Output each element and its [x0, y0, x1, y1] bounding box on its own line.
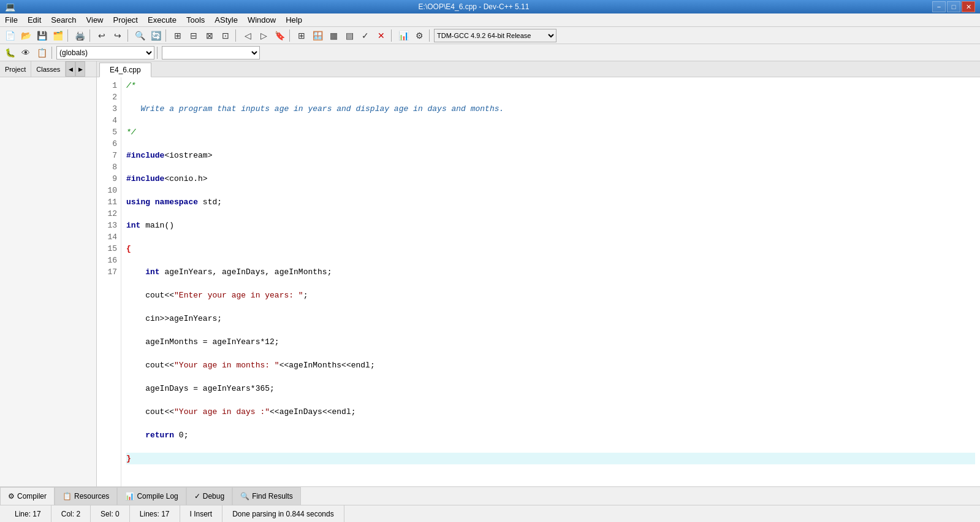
back-button[interactable]: ◁ [240, 28, 255, 43]
tab-debug[interactable]: ✓ Debug [186, 487, 232, 505]
tab-find-results[interactable]: 🔍 Find Results [232, 487, 301, 505]
toolbar2-sep2 [157, 47, 159, 59]
new-button[interactable]: 📄 [2, 28, 17, 43]
code-line-9: int ageInYears, ageInDays, ageInMonths; [126, 266, 975, 278]
close-button[interactable]: ✕ [962, 1, 975, 12]
x-button[interactable]: ✕ [374, 28, 389, 43]
sel-value: 0 [115, 510, 120, 518]
menu-tools[interactable]: Tools [181, 13, 210, 26]
toolbar-sep4 [165, 29, 168, 42]
tile-button[interactable]: ▦ [326, 28, 341, 43]
status-text: Done parsing in 0.844 seconds [232, 510, 333, 518]
toolbar-sep3 [127, 29, 130, 42]
col-value: 2 [76, 510, 80, 518]
menu-astyle[interactable]: AStyle [210, 13, 243, 26]
save-button[interactable]: 💾 [34, 28, 49, 43]
code-line-2: Write a program that inputs age in years… [126, 103, 975, 115]
toolbar-secondary: 🐛 👁 📋 (globals) [0, 44, 980, 61]
menu-view[interactable]: View [82, 13, 108, 26]
status-bar: Line: 17 Col: 2 Sel: 0 Lines: 17 I Inser… [0, 505, 980, 522]
menu-execute[interactable]: Execute [143, 13, 181, 26]
undo-button[interactable]: ↩ [94, 28, 109, 43]
globals-dropdown[interactable]: (globals) [56, 46, 154, 59]
menu-search[interactable]: Search [46, 13, 81, 26]
code-line-3: */ [126, 126, 975, 138]
sidebar-tab-project[interactable]: Project [0, 61, 31, 77]
redo-button[interactable]: ↪ [110, 28, 125, 43]
find-button[interactable]: 🔍 [132, 28, 147, 43]
window-title: E:\OOP\E4_6.cpp - Dev-C++ 5.11 [15, 2, 932, 11]
code-line-11: cin>>ageInYears; [126, 313, 975, 324]
insert-mode: I Insert [190, 510, 213, 518]
sidebar-tab-classes[interactable]: Classes [31, 61, 66, 77]
code-line-12: ageInMonths = ageInYears*12; [126, 336, 975, 348]
menu-project[interactable]: Project [108, 13, 143, 26]
code-line-14: ageInDays = ageInYears*365; [126, 383, 975, 394]
save-all-button[interactable]: 🗂️ [50, 28, 65, 43]
indent-button[interactable]: ⊞ [170, 28, 185, 43]
tab-resources[interactable]: 📋 Resources [55, 487, 117, 505]
menu-window[interactable]: Window [243, 13, 281, 26]
open-button[interactable]: 📂 [18, 28, 33, 43]
code-line-10: cout<<"Enter your age in years: "; [126, 290, 975, 301]
file-tab-e4[interactable]: E4_6.cpp [99, 63, 151, 77]
toolbar-sep1 [67, 29, 70, 42]
function-dropdown[interactable] [162, 46, 260, 59]
scope-button[interactable]: 📋 [34, 45, 49, 60]
line-numbers: 12345 678910 1112131415 1617 [97, 77, 121, 486]
sidebar-tab-area: Project Classes ◀ ▶ [0, 61, 97, 77]
bookmark-button[interactable]: 🔖 [272, 28, 287, 43]
code-line-1: /* [126, 80, 975, 91]
debug-button[interactable]: 🐛 [2, 45, 17, 60]
status-lines: Lines: 17 [130, 505, 180, 522]
tab-area: Project Classes ◀ ▶ E4_6.cpp [0, 61, 980, 77]
toolbar2-sep1 [51, 47, 54, 59]
code-line-17: } [126, 453, 975, 464]
minimize-button[interactable]: − [932, 1, 946, 12]
menu-bar: File Edit Search View Project Execute To… [0, 13, 980, 27]
toolbar-main: 📄 📂 💾 🗂️ 🖨️ ↩ ↪ 🔍 🔄 ⊞ ⊟ ⊠ ⊡ ◁ ▷ 🔖 ⊞ 🪟 ▦ … [0, 27, 980, 44]
sidebar-nav-left[interactable]: ◀ [66, 61, 75, 77]
compiler-select[interactable]: TDM-GCC 4.9.2 64-bit Release [434, 29, 556, 42]
menu-file[interactable]: File [0, 13, 23, 26]
win-button[interactable]: 🪟 [310, 28, 325, 43]
code-editor[interactable]: 12345 678910 1112131415 1617 /* Write a … [97, 77, 980, 486]
replace-button[interactable]: 🔄 [148, 28, 163, 43]
menu-help[interactable]: Help [281, 13, 307, 26]
maximize-button[interactable]: □ [947, 1, 960, 12]
tab-compile-log[interactable]: 📊 Compile Log [117, 487, 186, 505]
compile-log-icon: 📊 [125, 492, 134, 501]
toggle-button[interactable]: ⊠ [202, 28, 217, 43]
toolbar-sep5 [235, 29, 238, 42]
debug-icon: ✓ [194, 492, 200, 501]
status-insert: I Insert [180, 505, 223, 522]
find-results-icon: 🔍 [240, 492, 249, 501]
grid-button[interactable]: ⊞ [294, 28, 309, 43]
code-line-16: return 0; [126, 429, 975, 441]
toolbar-sep6 [289, 29, 292, 42]
chart-button[interactable]: 📊 [396, 28, 411, 43]
fwd-button[interactable]: ▷ [256, 28, 271, 43]
compile-log-label: Compile Log [137, 492, 178, 501]
code-line-5: #include<conio.h> [126, 173, 975, 185]
check-button[interactable]: ✓ [358, 28, 373, 43]
code-line-7: int main() [126, 220, 975, 231]
watch-button[interactable]: 👁 [18, 45, 33, 60]
settings-button[interactable]: ⚙ [412, 28, 427, 43]
code-line-6: using namespace std; [126, 196, 975, 208]
cascade-button[interactable]: ▤ [342, 28, 357, 43]
toolbar-sep8 [429, 29, 431, 42]
unindent-button[interactable]: ⊟ [186, 28, 201, 43]
tab-compiler[interactable]: ⚙ Compiler [0, 487, 55, 505]
sidebar [0, 77, 97, 486]
toggle2-button[interactable]: ⊡ [218, 28, 233, 43]
col-label: Col: [61, 510, 77, 518]
code-area[interactable]: /* Write a program that inputs age in ye… [121, 77, 980, 486]
file-tab-area: E4_6.cpp [97, 61, 153, 77]
find-results-label: Find Results [252, 492, 293, 501]
menu-edit[interactable]: Edit [23, 13, 46, 26]
compiler-label: Compiler [17, 492, 47, 501]
line-value: 17 [32, 510, 40, 518]
sidebar-nav-right[interactable]: ▶ [75, 61, 85, 77]
print-button[interactable]: 🖨️ [72, 28, 87, 43]
